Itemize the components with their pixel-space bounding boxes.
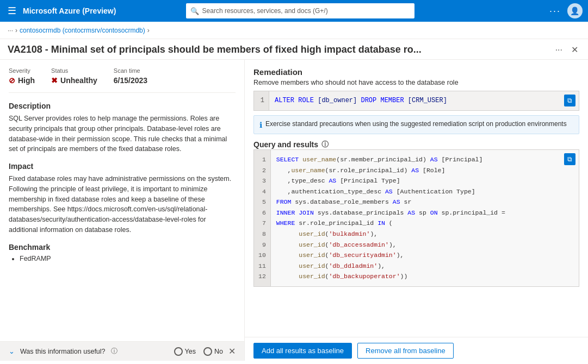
- info-note: ℹ Exercise standard precautions when usi…: [253, 115, 579, 134]
- scan-label: Scan time: [114, 67, 147, 74]
- scan-value: 6/15/2023: [114, 76, 147, 85]
- search-placeholder: Search resources, services, and docs (G+…: [202, 7, 328, 15]
- results-code-inner: 1234 5678 9101112 SELECT user_name(sr.me…: [254, 150, 579, 286]
- impact-text: Fixed database roles may have administra…: [9, 174, 236, 235]
- status-item: Status ✖ Unhealthy: [51, 67, 97, 85]
- alter-bracket: [db_owner]: [318, 97, 361, 104]
- severity-item: Severity ⊘ High: [9, 67, 35, 85]
- remediation-copy-btn[interactable]: ⧉: [564, 95, 575, 106]
- feedback-yes-label: Yes: [185, 348, 196, 355]
- page-header-actions: ··· ✕: [553, 43, 580, 56]
- remediation-line-num-1: 1: [258, 96, 264, 106]
- feedback-info-icon: ⓘ: [111, 347, 117, 356]
- results-code-block: 1234 5678 9101112 SELECT user_name(sr.me…: [253, 149, 579, 287]
- benchmark-list: FedRAMP: [9, 255, 236, 262]
- feedback-bar: ⌄ Was this information useful? ⓘ Yes No …: [0, 341, 244, 361]
- bottom-spacer: [253, 292, 579, 319]
- drop-kw: DROP MEMBER: [361, 97, 404, 104]
- remediation-title: Remediation: [253, 67, 579, 77]
- results-code-content: SELECT user_name(sr.member_principal_id)…: [271, 150, 579, 286]
- hamburger-icon[interactable]: ☰: [5, 3, 18, 19]
- scan-text: 6/15/2023: [114, 76, 147, 85]
- user-avatar[interactable]: 👤: [567, 3, 583, 18]
- page-title: VA2108 - Minimal set of principals shoul…: [8, 44, 549, 55]
- benchmark-title: Benchmark: [9, 243, 236, 252]
- main-content: Severity ⊘ High Status ✖ Unhealthy Scan …: [0, 60, 588, 361]
- severity-value: ⊘ High: [9, 76, 35, 85]
- severity-label: Severity: [9, 67, 35, 74]
- remediation-desc: Remove members who should not have acces…: [253, 79, 579, 86]
- breadcrumb-link[interactable]: contosocrmdb (contocrmsrv/contosocrmdb): [20, 27, 145, 34]
- alter-kw: ALTER ROLE: [275, 97, 314, 104]
- app-logo: Microsoft Azure (Preview): [23, 7, 116, 15]
- status-text: Unhealthy: [60, 76, 97, 85]
- remediation-section: Remediation Remove members who should no…: [253, 67, 579, 134]
- status-label: Status: [51, 67, 97, 74]
- feedback-yes-option[interactable]: Yes: [174, 347, 196, 356]
- info-note-text: Exercise standard precautions when using…: [265, 120, 567, 128]
- close-btn[interactable]: ✕: [569, 43, 580, 56]
- scan-item: Scan time 6/15/2023: [114, 67, 147, 85]
- results-line-nums: 1234 5678 9101112: [254, 150, 271, 286]
- feedback-no-label: No: [214, 348, 223, 355]
- add-baseline-btn[interactable]: Add all results as baseline: [253, 343, 352, 359]
- feedback-text: Was this information useful?: [20, 348, 106, 355]
- feedback-chevron[interactable]: ⌄: [9, 347, 15, 355]
- description-title: Description: [9, 102, 236, 110]
- search-icon: 🔍: [190, 7, 199, 15]
- impact-title: Impact: [9, 162, 236, 171]
- query-header: Query and results ⓘ: [253, 140, 579, 149]
- severity-icon: ⊘: [9, 76, 15, 85]
- benchmark-section: Benchmark FedRAMP: [9, 243, 236, 262]
- description-text: SQL Server provides roles to help manage…: [9, 114, 236, 154]
- info-icon: ℹ: [259, 121, 262, 129]
- page-header: VA2108 - Minimal set of principals shoul…: [0, 39, 588, 60]
- more-options-icon[interactable]: ···: [549, 5, 561, 17]
- results-copy-btn[interactable]: ⧉: [564, 153, 575, 165]
- feedback-no-option[interactable]: No: [203, 347, 223, 356]
- drop-member: [CRM_USER]: [408, 97, 447, 104]
- top-nav-bar: ☰ Microsoft Azure (Preview) 🔍 Search res…: [0, 0, 588, 22]
- severity-text: High: [18, 76, 35, 85]
- benchmark-item: FedRAMP: [20, 255, 236, 262]
- breadcrumb: ··· › contosocrmdb (contocrmsrv/contosoc…: [0, 22, 588, 39]
- query-title: Query and results: [253, 140, 318, 149]
- meta-row: Severity ⊘ High Status ✖ Unhealthy Scan …: [9, 67, 236, 93]
- top-bar-right: ··· 👤: [549, 3, 583, 18]
- remediation-code-block: 1 ALTER ROLE [db_owner] DROP MEMBER [CRM…: [253, 91, 579, 111]
- feedback-no-radio[interactable]: [203, 347, 212, 356]
- left-panel: Severity ⊘ High Status ✖ Unhealthy Scan …: [0, 60, 245, 361]
- right-panel: Remediation Remove members who should no…: [245, 60, 588, 361]
- breadcrumb-more[interactable]: ···: [8, 27, 13, 34]
- query-section: Query and results ⓘ 1234 5678 9101112 SE…: [253, 140, 579, 287]
- breadcrumb-sep2: ›: [147, 27, 150, 34]
- breadcrumb-sep1: ›: [15, 27, 17, 34]
- header-more-btn[interactable]: ···: [553, 44, 565, 56]
- feedback-radio-group: Yes No: [174, 347, 223, 356]
- remediation-code-content: ALTER ROLE [db_owner] DROP MEMBER [CRM_U…: [269, 91, 579, 110]
- remediation-line-nums: 1: [254, 91, 269, 110]
- action-buttons-bar: Add all results as baseline Remove all f…: [245, 337, 588, 364]
- search-box[interactable]: 🔍 Search resources, services, and docs (…: [186, 3, 414, 18]
- feedback-yes-radio[interactable]: [174, 347, 183, 356]
- status-value: ✖ Unhealthy: [51, 76, 97, 85]
- query-info-icon: ⓘ: [321, 140, 329, 149]
- status-icon: ✖: [51, 76, 58, 85]
- impact-section: Impact Fixed database roles may have adm…: [9, 162, 236, 235]
- description-section: Description SQL Server provides roles to…: [9, 102, 236, 154]
- feedback-close-btn[interactable]: ✕: [228, 346, 236, 356]
- remove-baseline-btn[interactable]: Remove all from baseline: [357, 343, 454, 359]
